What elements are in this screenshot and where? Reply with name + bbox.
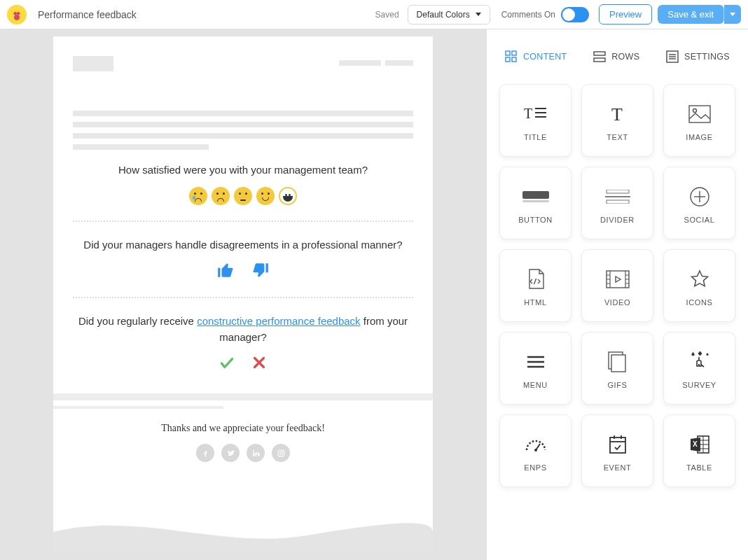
svg-rect-7 xyxy=(594,52,605,55)
tile-label: VIDEO xyxy=(604,298,630,307)
svg-text:T: T xyxy=(611,104,623,124)
excel-icon: X xyxy=(689,430,710,459)
thin-divider xyxy=(53,406,223,409)
tile-title[interactable]: TTITLE xyxy=(499,84,572,157)
svg-rect-20 xyxy=(522,191,549,199)
tile-menu[interactable]: MENU xyxy=(499,332,572,405)
tile-label: TEXT xyxy=(607,133,628,141)
cross-icon[interactable] xyxy=(250,354,268,374)
svg-point-2 xyxy=(282,451,283,451)
grid-icon xyxy=(505,50,518,63)
tile-video[interactable]: VIDEO xyxy=(581,249,653,322)
tile-text[interactable]: TTEXT xyxy=(581,84,653,157)
tile-label: BUTTON xyxy=(518,216,553,224)
paragraph-placeholder xyxy=(73,122,413,127)
svg-rect-41 xyxy=(611,355,625,372)
rows-icon xyxy=(593,50,606,63)
emoji-happy-icon[interactable] xyxy=(256,187,275,205)
tile-survey[interactable]: SURVEY xyxy=(663,332,735,405)
thanks-text: Thanks and we appreciate your feedback! xyxy=(73,423,413,434)
question-1-text: How satisfied were you with your managem… xyxy=(73,162,413,178)
content-tiles: TTITLE TTEXT IMAGE BUTTON DIVIDER SOCIAL… xyxy=(499,84,735,487)
header-text-placeholder xyxy=(339,60,381,66)
title-icon: T xyxy=(524,99,548,129)
svg-text:T: T xyxy=(524,106,532,121)
text-icon: T xyxy=(608,99,628,129)
tile-table[interactable]: XTABLE xyxy=(663,414,735,487)
preview-button[interactable]: Preview xyxy=(599,4,652,24)
tab-settings-label: SETTINGS xyxy=(684,52,730,62)
footer-wave xyxy=(53,511,433,553)
check-icon[interactable] xyxy=(218,354,236,374)
svg-point-42 xyxy=(698,364,699,365)
email-preview: How satisfied were you with your managem… xyxy=(53,36,433,553)
header-logo-placeholder xyxy=(73,56,113,71)
html-icon xyxy=(527,265,545,294)
svg-rect-3 xyxy=(506,51,510,55)
panel-tabs: CONTENT ROWS SETTINGS xyxy=(499,35,735,84)
question-2-text: Did your managers handle disagreements i… xyxy=(73,237,413,253)
tile-html[interactable]: HTML xyxy=(499,249,572,322)
chevron-down-icon xyxy=(730,13,735,16)
tab-settings[interactable]: SETTINGS xyxy=(666,50,730,63)
header-text-placeholder xyxy=(385,60,413,66)
divider-icon xyxy=(605,182,630,211)
facebook-icon[interactable] xyxy=(196,444,214,462)
save-button-group: Save & exit xyxy=(658,5,741,24)
q3-link[interactable]: constructive performance feedback xyxy=(197,315,360,327)
tile-icons[interactable]: ICONS xyxy=(663,249,735,322)
svg-text:X: X xyxy=(693,440,698,448)
tile-button[interactable]: BUTTON xyxy=(499,167,572,239)
tile-gifs[interactable]: GIFS xyxy=(581,332,653,405)
tile-label: TABLE xyxy=(686,463,712,472)
tile-event[interactable]: EVENT xyxy=(581,414,653,487)
tab-content[interactable]: CONTENT xyxy=(505,50,567,63)
emoji-grin-icon[interactable] xyxy=(279,187,297,205)
gauge-icon xyxy=(525,430,547,459)
twitter-icon[interactable] xyxy=(221,444,240,462)
save-exit-button[interactable]: Save & exit xyxy=(658,5,724,24)
image-icon xyxy=(688,99,711,129)
menu-icon xyxy=(526,347,546,377)
social-icon xyxy=(689,182,710,211)
editor-canvas[interactable]: How satisfied were you with your managem… xyxy=(0,29,486,560)
emoji-sad-icon[interactable] xyxy=(212,187,230,205)
tile-label: MENU xyxy=(523,381,548,389)
tab-rows[interactable]: ROWS xyxy=(593,50,639,63)
tile-divider[interactable]: DIVIDER xyxy=(581,167,653,239)
emoji-neutral-icon[interactable] xyxy=(234,187,252,205)
settings-icon xyxy=(666,50,679,63)
video-icon xyxy=(606,265,630,294)
tile-social[interactable]: SOCIAL xyxy=(663,167,735,239)
saved-status: Saved xyxy=(375,10,399,20)
star-icon xyxy=(690,265,709,294)
thick-divider xyxy=(53,393,433,400)
thumbs-row xyxy=(73,261,413,281)
dotted-divider xyxy=(73,220,413,222)
svg-rect-5 xyxy=(506,57,510,62)
svg-rect-24 xyxy=(607,200,629,204)
chevron-down-icon xyxy=(476,13,481,16)
top-bar: Performance feedback Saved Default Color… xyxy=(0,0,748,29)
tile-label: DIVIDER xyxy=(600,216,635,224)
colors-dropdown[interactable]: Default Colors xyxy=(408,5,490,24)
instagram-icon[interactable] xyxy=(272,444,290,462)
linkedin-icon[interactable] xyxy=(247,444,265,462)
paragraph-placeholder xyxy=(73,144,209,150)
comments-toggle[interactable] xyxy=(561,7,589,22)
tile-label: SOCIAL xyxy=(684,216,715,224)
tile-label: HTML xyxy=(524,298,546,307)
tile-image[interactable]: IMAGE xyxy=(663,84,735,157)
emoji-very-sad-icon[interactable] xyxy=(189,187,207,205)
save-dropdown-button[interactable] xyxy=(724,5,741,24)
tile-label: SURVEY xyxy=(682,381,716,389)
svg-rect-22 xyxy=(607,190,629,193)
question-3-text: Did you regularly receive constructive p… xyxy=(73,314,413,345)
svg-rect-6 xyxy=(512,57,516,62)
dotted-divider xyxy=(73,297,413,298)
thumbs-down-icon[interactable] xyxy=(251,261,270,281)
thumbs-up-icon[interactable] xyxy=(216,261,235,281)
paragraph-placeholder xyxy=(73,133,413,139)
tile-enps[interactable]: ENPS xyxy=(499,414,572,487)
q3-prefix: Did you regularly receive xyxy=(78,315,197,327)
